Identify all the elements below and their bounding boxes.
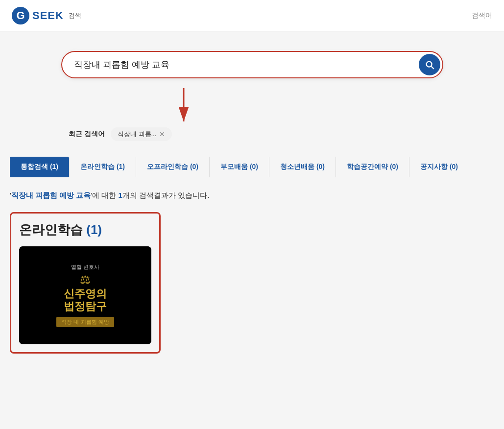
section-count: (1) (86, 222, 102, 237)
result-middle: '에 대한 (91, 191, 118, 199)
header-search-hint: 검색어 (472, 11, 492, 20)
tab-space[interactable]: 학습공간예약 (0) (336, 157, 409, 177)
main-content: 최근 검색어 직장내 괴롭... ✕ 통합검색 (1) 온라인학습 (1) 오프… (0, 31, 504, 363)
card-sub-title: 직장 내 괴롭힘 예방 (56, 317, 114, 327)
search-bar[interactable] (61, 51, 443, 78)
recent-tag-0[interactable]: 직장내 괴롭... ✕ (111, 127, 172, 141)
tab-notice[interactable]: 공지사항 (0) (409, 157, 469, 177)
course-card-0[interactable]: 열혈 변호사 ⚖ 신주영의 법정탐구 직장 내 괴롭힘 예방 (19, 246, 151, 344)
logo-seek-text: SEEK (32, 9, 64, 22)
result-suffix: 개의 검색결과가 있습니다. (122, 191, 210, 199)
search-input[interactable] (74, 60, 419, 70)
tab-parent[interactable]: 부모배움 (0) (210, 157, 269, 177)
logo-area: G SEEK 검색 (12, 7, 81, 24)
tabs-bar: 통합검색 (1) 온라인학습 (1) 오프라인학습 (0) 부모배움 (0) 청… (10, 157, 494, 177)
card-main-title-text: 법정탐구 (64, 300, 107, 312)
logo-label: 검색 (69, 11, 81, 20)
search-icon (424, 59, 435, 70)
logo-g-circle: G (12, 7, 29, 24)
tab-all[interactable]: 통합검색 (1) (10, 157, 70, 177)
card-top-text: 열혈 변호사 (71, 263, 99, 271)
search-bar-wrapper (10, 51, 494, 78)
course-card-inner-0: 열혈 변호사 ⚖ 신주영의 법정탐구 직장 내 괴롭힘 예방 (19, 246, 151, 344)
tab-online[interactable]: 온라인학습 (1) (70, 157, 136, 177)
annotation-arrow (0, 88, 494, 127)
section-title: 온라인학습 (1) (19, 221, 151, 238)
recent-searches-label: 최근 검색어 (69, 130, 105, 139)
result-keyword: 직장내 괴롭힘 예방 교육 (11, 191, 91, 199)
search-button[interactable] (419, 54, 440, 75)
recent-searches-bar: 최근 검색어 직장내 괴롭... ✕ (10, 127, 494, 141)
recent-tag-text-0: 직장내 괴롭... (118, 130, 156, 139)
section-title-text: 온라인학습 (19, 222, 83, 237)
result-summary: '직장내 괴롭힘 예방 교육'에 대한 1개의 검색결과가 있습니다. (10, 191, 494, 200)
tab-offline[interactable]: 오프라인학습 (0) (136, 157, 210, 177)
card-name-text: 신주영의 (64, 287, 107, 300)
online-section-box: 온라인학습 (1) 열혈 변호사 ⚖ 신주영의 법정탐구 직장 내 괴롭힘 예방 (10, 212, 161, 354)
red-arrow-icon (169, 88, 198, 127)
card-icon: ⚖ (80, 273, 91, 286)
card-name: 신주영의 법정탐구 (64, 287, 107, 313)
header: G SEEK 검색 검색어 (0, 0, 504, 31)
recent-tag-close-0[interactable]: ✕ (159, 131, 165, 138)
result-count: 1 (119, 191, 122, 199)
tab-youth[interactable]: 청소년배움 (0) (269, 157, 336, 177)
